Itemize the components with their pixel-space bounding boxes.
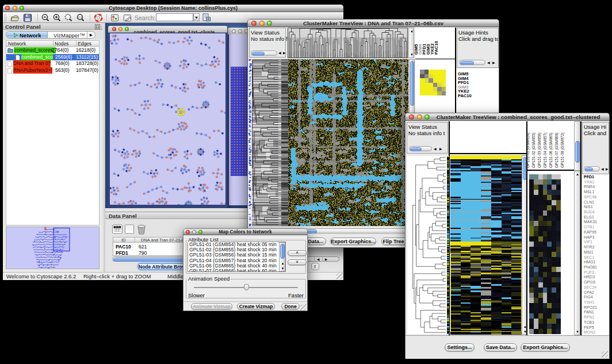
svg-text:1:1: 1:1 — [78, 16, 82, 19]
